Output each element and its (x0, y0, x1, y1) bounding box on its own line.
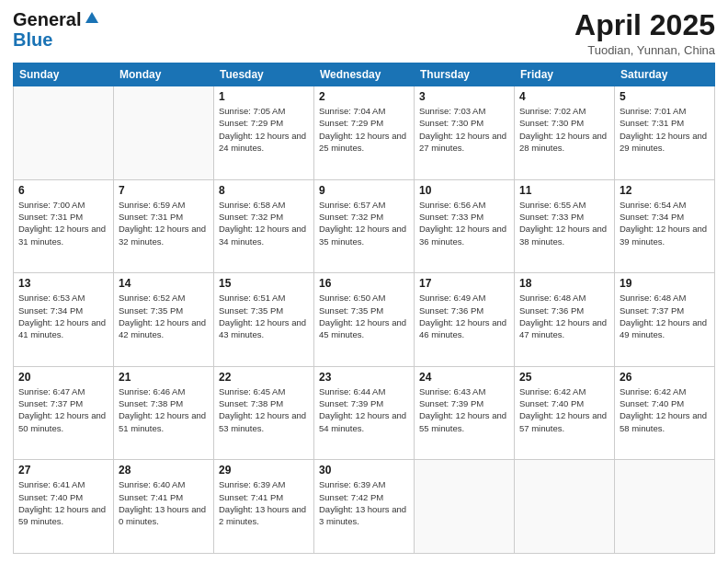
day-info: Sunrise: 7:00 AMSunset: 7:31 PMDaylight:… (18, 199, 108, 247)
day-number: 17 (419, 277, 509, 290)
calendar-cell: 23Sunrise: 6:44 AMSunset: 7:39 PMDayligh… (314, 366, 415, 460)
main-title: April 2025 (574, 9, 715, 41)
subtitle: Tuodian, Yunnan, China (574, 43, 715, 57)
day-info: Sunrise: 6:46 AMSunset: 7:38 PMDaylight:… (119, 385, 209, 434)
day-number: 15 (219, 277, 309, 290)
day-info: Sunrise: 6:40 AMSunset: 7:41 PMDaylight:… (119, 478, 209, 527)
calendar-cell: 16Sunrise: 6:50 AMSunset: 7:35 PMDayligh… (314, 273, 415, 367)
logo: General Blue (13, 9, 98, 50)
day-info: Sunrise: 6:56 AMSunset: 7:33 PMDaylight:… (419, 199, 509, 247)
calendar-cell: 24Sunrise: 6:43 AMSunset: 7:39 PMDayligh… (415, 366, 515, 460)
day-info: Sunrise: 7:02 AMSunset: 7:30 PMDaylight:… (519, 105, 609, 154)
calendar-cell: 11Sunrise: 6:55 AMSunset: 7:33 PMDayligh… (515, 179, 615, 273)
calendar-cell: 6Sunrise: 7:00 AMSunset: 7:31 PMDaylight… (14, 179, 114, 273)
col-sunday: Sunday (14, 63, 114, 86)
day-info: Sunrise: 6:48 AMSunset: 7:36 PMDaylight:… (519, 292, 609, 340)
day-number: 11 (519, 184, 609, 197)
day-info: Sunrise: 7:01 AMSunset: 7:31 PMDaylight:… (620, 105, 710, 154)
day-info: Sunrise: 6:50 AMSunset: 7:35 PMDaylight:… (319, 292, 409, 340)
day-number: 13 (18, 277, 108, 290)
day-info: Sunrise: 7:05 AMSunset: 7:29 PMDaylight:… (219, 105, 309, 154)
day-number: 29 (219, 464, 309, 477)
calendar-week-2: 6Sunrise: 7:00 AMSunset: 7:31 PMDaylight… (14, 179, 715, 273)
day-number: 10 (419, 184, 509, 197)
logo-line1: General (13, 9, 98, 29)
calendar-cell: 28Sunrise: 6:40 AMSunset: 7:41 PMDayligh… (114, 460, 214, 554)
calendar-cell: 20Sunrise: 6:47 AMSunset: 7:37 PMDayligh… (14, 366, 114, 460)
day-info: Sunrise: 6:49 AMSunset: 7:36 PMDaylight:… (419, 292, 509, 340)
page: General Blue April 2025 Tuodian, Yunnan,… (0, 0, 728, 563)
calendar-cell: 9Sunrise: 6:57 AMSunset: 7:32 PMDaylight… (314, 179, 415, 273)
day-info: Sunrise: 6:45 AMSunset: 7:38 PMDaylight:… (219, 385, 309, 434)
day-number: 4 (519, 90, 609, 103)
col-thursday: Thursday (415, 63, 515, 86)
calendar-header: Sunday Monday Tuesday Wednesday Thursday… (14, 63, 715, 86)
day-number: 7 (119, 184, 209, 197)
day-info: Sunrise: 6:55 AMSunset: 7:33 PMDaylight:… (519, 199, 609, 247)
day-info: Sunrise: 6:54 AMSunset: 7:34 PMDaylight:… (620, 199, 710, 247)
calendar-cell: 12Sunrise: 6:54 AMSunset: 7:34 PMDayligh… (615, 179, 715, 273)
calendar-cell (615, 460, 715, 554)
col-saturday: Saturday (615, 63, 715, 86)
calendar-cell: 2Sunrise: 7:04 AMSunset: 7:29 PMDaylight… (314, 86, 415, 180)
day-number: 19 (620, 277, 710, 290)
day-info: Sunrise: 7:04 AMSunset: 7:29 PMDaylight:… (319, 105, 409, 154)
day-number: 2 (319, 90, 409, 103)
calendar-cell: 21Sunrise: 6:46 AMSunset: 7:38 PMDayligh… (114, 366, 214, 460)
day-number: 9 (319, 184, 409, 197)
day-number: 16 (319, 277, 409, 290)
calendar-cell (415, 460, 515, 554)
calendar-cell: 5Sunrise: 7:01 AMSunset: 7:31 PMDaylight… (615, 86, 715, 180)
day-info: Sunrise: 6:39 AMSunset: 7:42 PMDaylight:… (319, 478, 409, 527)
day-info: Sunrise: 6:42 AMSunset: 7:40 PMDaylight:… (519, 385, 609, 434)
day-number: 8 (219, 184, 309, 197)
day-number: 20 (18, 371, 108, 384)
calendar-table: Sunday Monday Tuesday Wednesday Thursday… (13, 63, 715, 554)
day-info: Sunrise: 6:48 AMSunset: 7:37 PMDaylight:… (620, 292, 710, 340)
calendar-cell: 15Sunrise: 6:51 AMSunset: 7:35 PMDayligh… (214, 273, 314, 367)
day-number: 1 (219, 90, 309, 103)
calendar-cell (14, 86, 114, 180)
header: General Blue April 2025 Tuodian, Yunnan,… (13, 9, 715, 57)
day-number: 28 (119, 464, 209, 477)
day-number: 21 (119, 371, 209, 384)
logo-triangle-icon (85, 12, 98, 23)
day-info: Sunrise: 6:51 AMSunset: 7:35 PMDaylight:… (219, 292, 309, 340)
day-info: Sunrise: 6:41 AMSunset: 7:40 PMDaylight:… (18, 478, 108, 527)
day-info: Sunrise: 6:39 AMSunset: 7:41 PMDaylight:… (219, 478, 309, 527)
calendar-cell: 3Sunrise: 7:03 AMSunset: 7:30 PMDaylight… (415, 86, 515, 180)
calendar-cell: 27Sunrise: 6:41 AMSunset: 7:40 PMDayligh… (14, 460, 114, 554)
calendar-cell: 17Sunrise: 6:49 AMSunset: 7:36 PMDayligh… (415, 273, 515, 367)
day-number: 3 (419, 90, 509, 103)
logo-blue-text: Blue (13, 29, 52, 50)
calendar-cell: 29Sunrise: 6:39 AMSunset: 7:41 PMDayligh… (214, 460, 314, 554)
day-number: 25 (519, 371, 609, 384)
col-friday: Friday (515, 63, 615, 86)
day-number: 26 (620, 371, 710, 384)
calendar-cell: 26Sunrise: 6:42 AMSunset: 7:40 PMDayligh… (615, 366, 715, 460)
day-info: Sunrise: 6:53 AMSunset: 7:34 PMDaylight:… (18, 292, 108, 340)
calendar-cell: 19Sunrise: 6:48 AMSunset: 7:37 PMDayligh… (615, 273, 715, 367)
calendar-week-3: 13Sunrise: 6:53 AMSunset: 7:34 PMDayligh… (14, 273, 715, 367)
calendar-week-1: 1Sunrise: 7:05 AMSunset: 7:29 PMDaylight… (14, 86, 715, 180)
day-number: 14 (119, 277, 209, 290)
logo-wrap: General Blue (13, 9, 98, 50)
calendar-cell (114, 86, 214, 180)
day-info: Sunrise: 7:03 AMSunset: 7:30 PMDaylight:… (419, 105, 509, 154)
calendar-cell: 8Sunrise: 6:58 AMSunset: 7:32 PMDaylight… (214, 179, 314, 273)
day-info: Sunrise: 6:44 AMSunset: 7:39 PMDaylight:… (319, 385, 409, 434)
logo-general-text: General (13, 9, 81, 29)
calendar-cell: 4Sunrise: 7:02 AMSunset: 7:30 PMDaylight… (515, 86, 615, 180)
calendar-cell: 14Sunrise: 6:52 AMSunset: 7:35 PMDayligh… (114, 273, 214, 367)
calendar-cell (515, 460, 615, 554)
day-number: 23 (319, 371, 409, 384)
day-number: 30 (319, 464, 409, 477)
day-info: Sunrise: 6:43 AMSunset: 7:39 PMDaylight:… (419, 385, 509, 434)
col-tuesday: Tuesday (214, 63, 314, 86)
col-wednesday: Wednesday (314, 63, 415, 86)
calendar-cell: 22Sunrise: 6:45 AMSunset: 7:38 PMDayligh… (214, 366, 314, 460)
day-info: Sunrise: 6:59 AMSunset: 7:31 PMDaylight:… (119, 199, 209, 247)
title-section: April 2025 Tuodian, Yunnan, China (574, 9, 715, 57)
calendar-cell: 18Sunrise: 6:48 AMSunset: 7:36 PMDayligh… (515, 273, 615, 367)
day-number: 27 (18, 464, 108, 477)
